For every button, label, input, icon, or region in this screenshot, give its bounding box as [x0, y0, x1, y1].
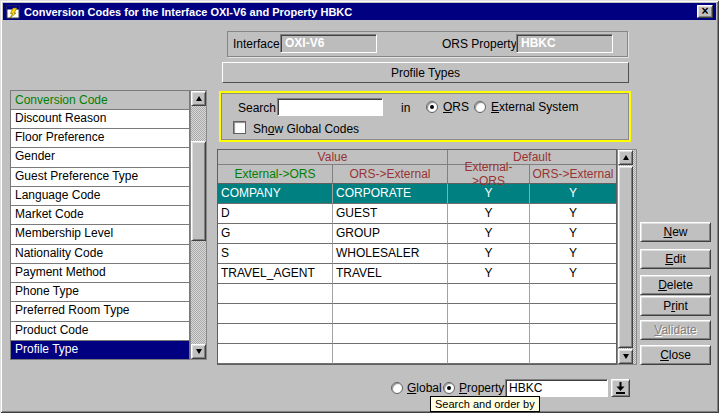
property-code-input[interactable]	[505, 379, 608, 397]
table-cell: G	[218, 224, 333, 244]
table-scroll-up-button[interactable]	[618, 150, 633, 165]
table-cell	[218, 304, 333, 324]
table-row-empty	[218, 284, 616, 304]
codes-table: Value Default External->ORS ORS->Externa…	[217, 149, 617, 365]
scroll-down-arrow-icon	[623, 354, 629, 359]
conversion-codes-window: Conversion Codes for the Interface OXI-V…	[0, 0, 719, 413]
scroll-down-arrow-icon	[196, 349, 202, 354]
list-item[interactable]: Discount Reason	[10, 109, 190, 129]
delete-button-label: Delete	[658, 278, 693, 292]
table-row-empty	[218, 324, 616, 344]
table-row[interactable]: COMPANYCORPORATEYY	[218, 184, 616, 204]
table-row-empty	[218, 344, 616, 364]
table-column-header-row: External->ORS ORS->External External->OR…	[218, 165, 616, 184]
table-cell	[333, 344, 448, 364]
app-icon	[6, 5, 20, 19]
table-cell: COMPANY	[218, 184, 333, 204]
table-row[interactable]: SWHOLESALERYY	[218, 244, 616, 264]
lov-button[interactable]	[611, 379, 630, 397]
search-panel: Search in ORS External System Show Globa…	[219, 91, 631, 142]
external-system-radio[interactable]	[474, 101, 486, 113]
list-item[interactable]: Profile Type	[10, 340, 190, 360]
in-label: in	[401, 101, 410, 115]
list-scrollbar[interactable]	[190, 90, 207, 360]
global-radio[interactable]	[391, 382, 403, 394]
table-cell	[448, 324, 530, 344]
table-cell: TRAVEL	[333, 264, 448, 284]
ors-radio-label[interactable]: ORS	[443, 100, 469, 114]
close-button[interactable]: ×	[697, 5, 713, 18]
profile-types-label: Profile Types	[391, 66, 460, 80]
list-item[interactable]: Product Code	[10, 321, 190, 341]
edit-button-label: Edit	[665, 252, 686, 266]
table-cell: Y	[530, 244, 616, 264]
show-global-codes-checkbox[interactable]	[233, 121, 246, 134]
edit-button[interactable]: Edit	[640, 249, 711, 269]
table-cell: D	[218, 204, 333, 224]
list-item[interactable]: Gender	[10, 147, 190, 167]
list-scroll-thumb[interactable]	[191, 141, 206, 241]
column-header-default-external-to-ors[interactable]: External->ORS	[448, 165, 530, 184]
column-header-default-ors-to-external[interactable]: ORS->External	[530, 165, 616, 184]
table-cell	[530, 344, 616, 364]
global-radio-label[interactable]: Global	[407, 381, 442, 395]
ors-property-value-field: HBKC	[516, 34, 613, 53]
table-row[interactable]: TRAVEL_AGENTTRAVELYY	[218, 264, 616, 284]
list-item[interactable]: Floor Preference	[10, 128, 190, 148]
table-cell	[333, 284, 448, 304]
ors-radio[interactable]	[426, 101, 438, 113]
table-cell	[218, 284, 333, 304]
table-scroll-down-button[interactable]	[618, 349, 633, 364]
print-button[interactable]: Print	[640, 296, 711, 316]
window-title: Conversion Codes for the Interface OXI-V…	[24, 6, 352, 18]
table-row[interactable]: GGROUPYY	[218, 224, 616, 244]
table-cell: Y	[530, 224, 616, 244]
list-item[interactable]: Payment Method	[10, 263, 190, 283]
list-item[interactable]: Membership Level	[10, 224, 190, 244]
table-cell: Y	[448, 204, 530, 224]
search-label: Search	[238, 101, 276, 115]
table-cell: Y	[448, 264, 530, 284]
down-arrow-to-bar-icon	[615, 382, 626, 394]
close-action-button[interactable]: Close	[640, 345, 711, 365]
table-row[interactable]: DGUESTYY	[218, 204, 616, 224]
list-item[interactable]: Nationality Code	[10, 244, 190, 264]
interface-value-field: OXI-V6	[280, 34, 377, 53]
conversion-code-list: Conversion Code Discount ReasonFloor Pre…	[10, 90, 207, 360]
table-cell: Y	[530, 184, 616, 204]
table-cell: GUEST	[333, 204, 448, 224]
list-item[interactable]: Preferred Room Type	[10, 301, 190, 321]
profile-types-header: Profile Types	[222, 62, 629, 83]
property-radio[interactable]	[443, 382, 455, 394]
table-scroll-thumb[interactable]	[618, 166, 633, 348]
table-cell	[333, 324, 448, 344]
search-input[interactable]	[277, 98, 383, 116]
scroll-up-arrow-icon	[196, 96, 202, 101]
table-cell	[218, 324, 333, 344]
conversion-list-header: Conversion Code	[10, 90, 190, 110]
ors-property-label: ORS Property	[442, 37, 517, 51]
table-cell: WHOLESALER	[333, 244, 448, 264]
validate-button-label: Validate	[654, 323, 697, 337]
show-global-codes-label[interactable]: Show Global Codes	[253, 122, 359, 136]
list-item[interactable]: Market Code	[10, 205, 190, 225]
table-cell: S	[218, 244, 333, 264]
external-system-radio-label[interactable]: External System	[491, 100, 578, 114]
list-item[interactable]: Phone Type	[10, 282, 190, 302]
property-radio-label[interactable]: Property	[459, 381, 504, 395]
table-cell: Y	[530, 264, 616, 284]
list-item[interactable]: Guest Preference Type	[10, 167, 190, 187]
new-button-label: New	[663, 225, 687, 239]
table-scrollbar[interactable]	[617, 149, 637, 365]
table-cell	[530, 284, 616, 304]
column-header-value-external-to-ors[interactable]: External->ORS	[218, 165, 333, 184]
table-cell: Y	[530, 204, 616, 224]
scroll-down-button[interactable]	[191, 344, 206, 359]
new-button[interactable]: New	[640, 222, 711, 242]
scroll-up-button[interactable]	[191, 91, 206, 106]
delete-button[interactable]: Delete	[640, 275, 711, 295]
list-item[interactable]: Language Code	[10, 186, 190, 206]
validate-button: Validate	[640, 320, 711, 340]
table-cell	[530, 304, 616, 324]
column-header-value-ors-to-external[interactable]: ORS->External	[333, 165, 448, 184]
